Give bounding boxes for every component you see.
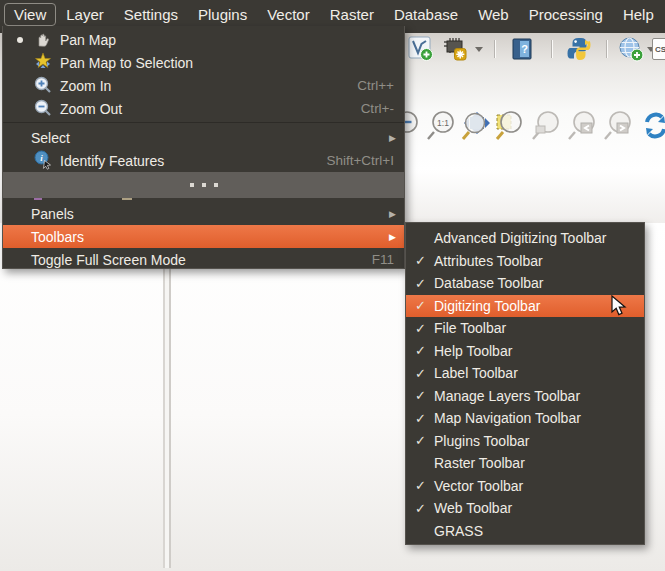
toolbars-submenu: Advanced Digitizing Toolbar ✓ Attributes… (405, 222, 645, 545)
qgis-window: ? CSW 1:1 (0, 0, 665, 571)
menu-item-label: Zoom Out (60, 101, 122, 117)
submenu-arrow-icon: ▶ (389, 232, 396, 242)
menubar-item-processing[interactable]: Processing (519, 3, 613, 26)
check-icon: ✓ (415, 433, 434, 448)
submenu-item-label: Attributes Toolbar (434, 253, 543, 269)
submenu-item-label: File Toolbar (434, 320, 506, 336)
submenu-item-label: Vector Toolbar (434, 478, 523, 494)
submenu-item-label: Raster Toolbar (434, 455, 525, 471)
menu-item-identify-features[interactable]: i Identify Features Shift+Ctrl+I (3, 149, 404, 172)
menu-item-label: Pan Map (60, 32, 116, 48)
pan-hand-icon (33, 29, 53, 49)
submenu-item-grass[interactable]: GRASS (406, 520, 644, 543)
zoom-full-button[interactable] (459, 108, 495, 144)
refresh-button[interactable] (637, 108, 665, 144)
submenu-item-web-toolbar[interactable]: ✓ Web Toolbar (406, 497, 644, 520)
menu-item-toggle-fullscreen[interactable]: Toggle Full Screen Mode F11 (3, 248, 404, 271)
submenu-item-plugins-toolbar[interactable]: ✓ Plugins Toolbar (406, 430, 644, 453)
processing-toolbox-button[interactable] (441, 35, 469, 63)
menu-item-select[interactable]: Select ▶ (3, 126, 404, 149)
zoom-native-icon: 1:1 (425, 109, 459, 143)
menu-item-label: Panels (31, 206, 74, 222)
submenu-item-advanced-digitizing-toolbar[interactable]: Advanced Digitizing Toolbar (406, 227, 644, 250)
view-menu-dropdown: Pan Map Pan Map to Selection Zoom In Ctr… (2, 26, 405, 269)
python-icon (566, 36, 592, 62)
check-icon: ✓ (415, 298, 434, 313)
submenu-item-label-toolbar[interactable]: ✓ Label Toolbar (406, 362, 644, 385)
help-contents-button[interactable]: ? (508, 35, 536, 63)
zoom-in-icon (33, 75, 53, 95)
panel-splitter[interactable] (163, 240, 171, 568)
zoom-to-selection-button[interactable] (492, 108, 528, 144)
menu-overflow-indicator[interactable] (3, 172, 404, 198)
mouse-cursor (610, 295, 630, 317)
menu-item-shortcut: Ctrl++ (357, 78, 394, 93)
menu-item-shortcut: F11 (372, 252, 394, 267)
submenu-item-label: Help Toolbar (434, 343, 512, 359)
menu-item-label: Pan Map to Selection (60, 55, 193, 71)
svg-text:1:1: 1:1 (437, 118, 449, 128)
menu-item-pan-map[interactable]: Pan Map (3, 28, 404, 51)
identify-features-icon: i (33, 150, 53, 170)
menu-item-toolbars[interactable]: Toolbars ▶ (3, 225, 404, 248)
menubar-item-web[interactable]: Web (468, 3, 519, 26)
help-book-icon: ? (509, 36, 535, 62)
check-icon: ✓ (415, 388, 434, 403)
submenu-item-raster-toolbar[interactable]: Raster Toolbar (406, 452, 644, 475)
processing-chip-icon (442, 36, 468, 62)
menu-item-panels[interactable]: Panels ▶ (3, 202, 404, 225)
submenu-arrow-icon: ▶ (389, 133, 396, 143)
menubar-item-help[interactable]: Help (613, 3, 664, 26)
zoom-to-selection-icon (493, 109, 527, 143)
menu-item-label: Zoom In (60, 78, 111, 94)
zoom-full-icon (460, 109, 494, 143)
processing-dropdown-arrow-icon[interactable] (475, 47, 483, 52)
submenu-item-help-toolbar[interactable]: ✓ Help Toolbar (406, 340, 644, 363)
menu-item-pan-map-to-selection[interactable]: Pan Map to Selection (3, 51, 404, 74)
menu-item-label: Toggle Full Screen Mode (31, 252, 186, 268)
submenu-item-digitizing-toolbar[interactable]: ✓ Digitizing Toolbar (406, 295, 644, 318)
overflow-dot (190, 183, 194, 187)
zoom-next-button[interactable] (601, 108, 637, 144)
check-icon: ✓ (415, 411, 434, 426)
menubar-item-raster[interactable]: Raster (320, 3, 384, 26)
submenu-item-database-toolbar[interactable]: ✓ Database Toolbar (406, 272, 644, 295)
menu-item-zoom-in[interactable]: Zoom In Ctrl++ (3, 74, 404, 97)
zoom-to-layer-button[interactable] (529, 108, 565, 144)
menubar-item-vector[interactable]: Vector (257, 3, 320, 26)
toolbar-separator (551, 40, 553, 58)
submenu-item-map-navigation-toolbar[interactable]: ✓ Map Navigation Toolbar (406, 407, 644, 430)
new-shapefile-icon (408, 36, 434, 62)
zoom-to-layer-icon (530, 109, 564, 143)
menu-item-label: Toolbars (31, 229, 84, 245)
menu-item-zoom-out[interactable]: Zoom Out Ctrl+- (3, 97, 404, 120)
submenu-item-attributes-toolbar[interactable]: ✓ Attributes Toolbar (406, 250, 644, 273)
web-plugins-button[interactable] (617, 35, 645, 63)
check-icon: ✓ (415, 478, 434, 493)
zoom-native-button[interactable]: 1:1 (424, 108, 460, 144)
check-icon: ✓ (415, 343, 434, 358)
menubar-item-layer[interactable]: Layer (56, 3, 114, 26)
menu-item-label: Identify Features (60, 153, 164, 169)
python-console-button[interactable] (565, 35, 593, 63)
menubar-item-plugins[interactable]: Plugins (188, 3, 257, 26)
menubar-item-view[interactable]: View (4, 3, 56, 26)
web-globe-icon (618, 36, 644, 62)
pan-to-selection-icon (33, 52, 53, 72)
metasearch-csw-icon[interactable]: CSW (652, 38, 665, 60)
menubar-item-database[interactable]: Database (384, 3, 468, 26)
new-shapefile-layer-button[interactable] (407, 35, 435, 63)
submenu-item-manage-layers-toolbar[interactable]: ✓ Manage Layers Toolbar (406, 385, 644, 408)
submenu-item-vector-toolbar[interactable]: ✓ Vector Toolbar (406, 475, 644, 498)
svg-text:?: ? (521, 43, 528, 55)
submenu-item-file-toolbar[interactable]: ✓ File Toolbar (406, 317, 644, 340)
clipped-icon-fragment (122, 198, 132, 200)
menubar-item-settings[interactable]: Settings (114, 3, 188, 26)
submenu-item-label: Advanced Digitizing Toolbar (434, 230, 607, 246)
zoom-last-button[interactable] (565, 108, 601, 144)
overflow-dot (214, 183, 218, 187)
submenu-arrow-icon: ▶ (389, 209, 396, 219)
csw-label: CSW (655, 45, 665, 54)
submenu-item-label: Map Navigation Toolbar (434, 410, 581, 426)
zoom-next-icon (602, 109, 636, 143)
